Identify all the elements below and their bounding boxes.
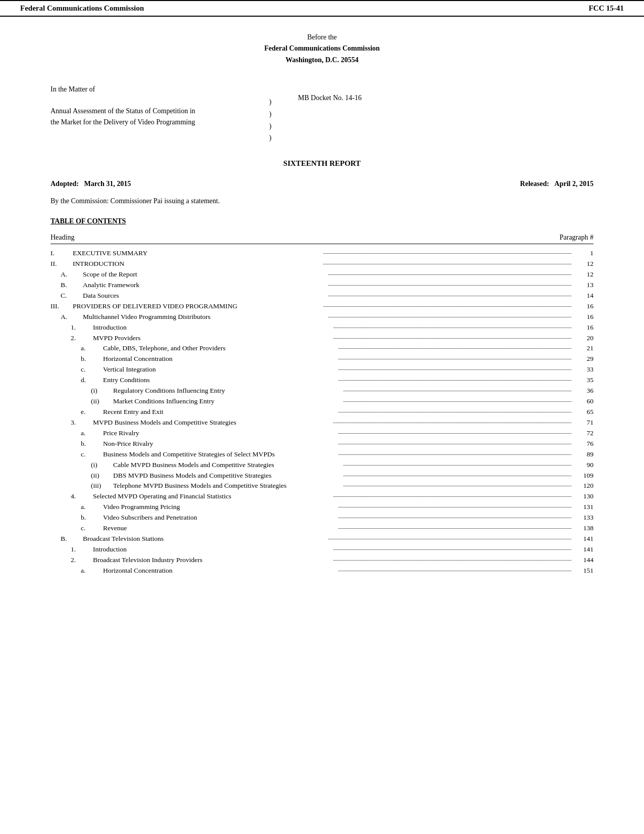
toc-entry-text: Broadcast Television Stations bbox=[81, 534, 326, 544]
toc-entry-num: 89 bbox=[573, 449, 593, 460]
toc-entry-num: 131 bbox=[573, 502, 593, 513]
toc-entry-num: 1 bbox=[573, 248, 593, 259]
toc-entry-text: Multichannel Video Programming Distribut… bbox=[81, 312, 326, 322]
adopted-released-row: Adopted: March 31, 2015 Released: April … bbox=[51, 180, 593, 188]
before-line1: Before the bbox=[51, 32, 593, 43]
toc-dots bbox=[343, 465, 572, 466]
toc-roman: 1. bbox=[51, 544, 91, 555]
toc-entry-text: Regulatory Conditions Influencing Entry bbox=[111, 386, 341, 396]
toc-entry-text: PROVIDERS OF DELIVERED VIDEO PROGRAMMING bbox=[71, 301, 321, 312]
page: Federal Communications Commission FCC 15… bbox=[0, 0, 644, 834]
toc-row: 3.MVPD Business Models and Competitive S… bbox=[51, 418, 593, 428]
toc-dots bbox=[338, 369, 572, 370]
paren5: ) bbox=[269, 132, 272, 144]
toc-title: TABLE OF CONTENTS bbox=[51, 217, 593, 225]
toc-row: 4.Selected MVPD Operating and Financial … bbox=[51, 491, 593, 502]
toc-row: I.EXECUTIVE SUMMARY1 bbox=[51, 248, 593, 259]
toc-dots bbox=[338, 380, 572, 381]
toc-dots bbox=[343, 486, 572, 486]
matter-desc-line2: the Market for the Delivery of Video Pro… bbox=[51, 117, 263, 128]
docket-number: MB Docket No. 14-16 bbox=[298, 94, 593, 102]
adopted-section: Adopted: March 31, 2015 bbox=[51, 180, 131, 188]
by-commission-text: By the Commission: Commissioner Pai issu… bbox=[51, 197, 220, 205]
toc-roman: c. bbox=[51, 364, 101, 375]
before-line3: Washington, D.C. 20554 bbox=[51, 55, 593, 66]
toc-entry-num: 76 bbox=[573, 439, 593, 449]
toc-dots bbox=[323, 306, 572, 307]
toc-entry-text: MVPD Business Models and Competitive Str… bbox=[91, 418, 331, 428]
toc-row: c.Business Models and Competitive Strate… bbox=[51, 449, 593, 460]
matter-section: In the Matter of Annual Assessment of th… bbox=[51, 84, 593, 144]
toc-entry-num: 20 bbox=[573, 333, 593, 344]
toc-dots bbox=[338, 412, 572, 412]
toc-dots bbox=[323, 253, 572, 254]
toc-row: (iii)Telephone MVPD Business Models and … bbox=[51, 481, 593, 491]
toc-roman: B. bbox=[51, 280, 81, 291]
toc-entry-num: 151 bbox=[573, 566, 593, 576]
toc-entry-num: 133 bbox=[573, 513, 593, 523]
toc-roman: a. bbox=[51, 343, 101, 354]
toc-row: II.INTRODUCTION12 bbox=[51, 259, 593, 269]
toc-roman: I. bbox=[51, 248, 71, 259]
toc-roman: (i) bbox=[51, 460, 111, 471]
toc-dots bbox=[328, 274, 572, 275]
released-section: Released: April 2, 2015 bbox=[520, 180, 593, 188]
toc-entry-num: 65 bbox=[573, 407, 593, 418]
toc-entry-num: 144 bbox=[573, 555, 593, 566]
toc-entry-num: 138 bbox=[573, 523, 593, 534]
toc-roman: 3. bbox=[51, 418, 91, 428]
matter-parens: ) ) ) ) bbox=[263, 84, 278, 144]
toc-entry-num: 36 bbox=[573, 386, 593, 396]
toc-entry-num: 14 bbox=[573, 291, 593, 301]
toc-entry-num: 35 bbox=[573, 375, 593, 386]
toc-row: b.Horizontal Concentration29 bbox=[51, 354, 593, 364]
toc-roman: c. bbox=[51, 523, 101, 534]
toc-entry-text: Recent Entry and Exit bbox=[101, 407, 336, 418]
toc-dots bbox=[338, 518, 572, 518]
toc-entry-text: Introduction bbox=[91, 544, 331, 555]
toc-dots bbox=[338, 433, 572, 434]
toc-table: I.EXECUTIVE SUMMARY1II.INTRODUCTION12A.S… bbox=[51, 248, 593, 576]
before-line2: Federal Communications Commission bbox=[51, 43, 593, 54]
toc-heading-label: Heading bbox=[51, 234, 74, 242]
toc-entry-text: Non-Price Rivalry bbox=[101, 439, 336, 449]
toc-entry-text: Cable MVPD Business Models and Competiti… bbox=[111, 460, 341, 471]
matter-left: In the Matter of Annual Assessment of th… bbox=[51, 84, 263, 144]
toc-entry-text: INTRODUCTION bbox=[71, 259, 321, 269]
toc-dots bbox=[338, 348, 572, 349]
toc-section: TABLE OF CONTENTS Heading Paragraph # I.… bbox=[51, 217, 593, 576]
toc-entry-text: Introduction bbox=[91, 322, 331, 333]
toc-entry-text: Selected MVPD Operating and Financial St… bbox=[91, 491, 331, 502]
toc-entry-text: Business Models and Competitive Strategi… bbox=[101, 449, 336, 460]
toc-entry-text: Broadcast Television Industry Providers bbox=[91, 555, 331, 566]
paren4: ) bbox=[269, 120, 272, 132]
toc-entry-text: Horizontal Concentration bbox=[101, 354, 336, 364]
toc-entry-text: Vertical Integration bbox=[101, 364, 336, 375]
toc-entry-text: Data Sources bbox=[81, 291, 326, 301]
toc-entry-text: Video Subscribers and Penetration bbox=[101, 513, 336, 523]
toc-roman: a. bbox=[51, 428, 101, 439]
toc-dots bbox=[343, 401, 572, 402]
toc-entry-text: Horizontal Concentration bbox=[101, 566, 336, 576]
toc-entry-num: 33 bbox=[573, 364, 593, 375]
toc-paragraph-label: Paragraph # bbox=[560, 234, 593, 242]
paren3: ) bbox=[269, 108, 272, 120]
toc-roman: a. bbox=[51, 502, 101, 513]
toc-entry-num: 120 bbox=[573, 481, 593, 491]
toc-row: b.Non-Price Rivalry76 bbox=[51, 439, 593, 449]
toc-row: B.Broadcast Television Stations141 bbox=[51, 534, 593, 544]
report-title-text: SIXTEENTH REPORT bbox=[283, 159, 361, 167]
toc-entry-text: Telephone MVPD Business Models and Compe… bbox=[111, 481, 341, 491]
toc-heading-row: Heading Paragraph # bbox=[51, 234, 593, 244]
toc-entry-num: 60 bbox=[573, 396, 593, 407]
toc-entry-num: 109 bbox=[573, 471, 593, 481]
in-matter-label: In the Matter of bbox=[51, 84, 263, 95]
toc-dots bbox=[328, 296, 572, 296]
toc-row: (i)Cable MVPD Business Models and Compet… bbox=[51, 460, 593, 471]
toc-roman: A. bbox=[51, 312, 81, 322]
toc-roman: 2. bbox=[51, 555, 91, 566]
toc-dots bbox=[333, 423, 572, 423]
toc-roman: B. bbox=[51, 534, 81, 544]
toc-entry-num: 12 bbox=[573, 269, 593, 280]
toc-entry-text: Analytic Framework bbox=[81, 280, 326, 291]
